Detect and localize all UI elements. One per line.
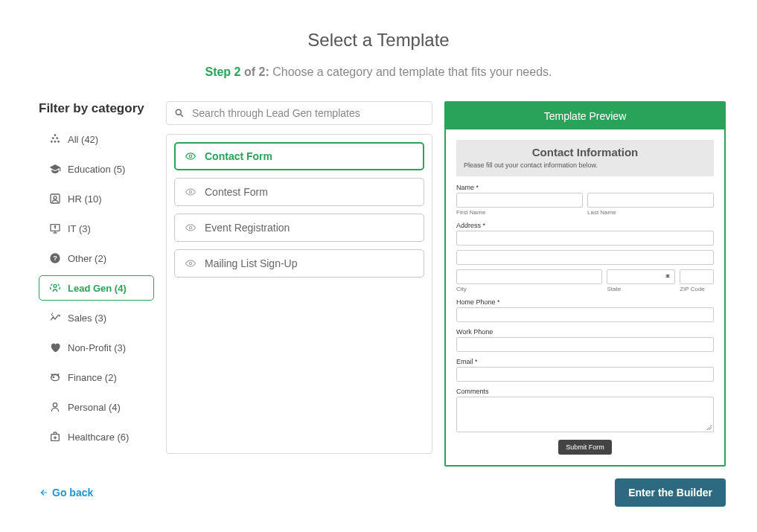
other-icon: ? bbox=[47, 252, 63, 264]
svg-point-12 bbox=[54, 226, 55, 227]
step-label: Step 2 bbox=[205, 65, 240, 78]
svg-point-15 bbox=[54, 284, 57, 287]
preview-label-name: Name * bbox=[456, 184, 714, 191]
svg-point-2 bbox=[56, 137, 58, 139]
eye-icon bbox=[184, 258, 197, 269]
category-label: Lead Gen (4) bbox=[68, 283, 127, 294]
category-label: All (42) bbox=[68, 134, 98, 145]
svg-point-17 bbox=[53, 376, 54, 377]
template-preview: Template Preview Contact Information Ple… bbox=[444, 101, 726, 467]
preview-sublabel-zip: ZIP Code bbox=[680, 286, 714, 292]
arrow-left-icon bbox=[39, 488, 49, 497]
preview-label-address: Address * bbox=[456, 222, 714, 229]
step-of: of 2: bbox=[244, 65, 269, 78]
category-item-it[interactable]: IT (3) bbox=[39, 216, 154, 241]
category-item-finance[interactable]: Finance (2) bbox=[39, 365, 154, 390]
all-icon bbox=[47, 133, 63, 145]
category-item-education[interactable]: Education (5) bbox=[39, 156, 154, 182]
svg-point-25 bbox=[189, 190, 192, 193]
preview-sublabel-firstname: First Name bbox=[456, 209, 583, 216]
preview-form-subtitle: Please fill out your contact information… bbox=[464, 161, 706, 169]
hr-icon bbox=[47, 193, 63, 205]
svg-point-3 bbox=[51, 141, 53, 143]
finance-icon bbox=[47, 371, 63, 383]
preview-label-comments: Comments bbox=[456, 388, 714, 395]
category-label: HR (10) bbox=[68, 193, 102, 205]
eye-icon bbox=[184, 187, 197, 197]
svg-text:?: ? bbox=[53, 254, 57, 262]
category-label: Sales (3) bbox=[68, 313, 106, 324]
filter-title: Filter by category bbox=[39, 101, 154, 116]
template-item[interactable]: Contest Form bbox=[174, 178, 424, 206]
sales-icon bbox=[47, 312, 63, 324]
eye-icon bbox=[184, 222, 197, 233]
leadgen-icon bbox=[47, 282, 63, 294]
page-title: Select a Template bbox=[0, 30, 757, 51]
preview-input-address1 bbox=[456, 231, 714, 246]
category-item-personal[interactable]: Personal (4) bbox=[39, 394, 154, 420]
category-item-sales[interactable]: Sales (3) bbox=[39, 305, 154, 330]
preview-sublabel-lastname: Last Name bbox=[587, 209, 714, 216]
svg-point-18 bbox=[53, 403, 57, 407]
category-label: Healthcare (6) bbox=[68, 432, 129, 443]
svg-point-0 bbox=[54, 134, 57, 136]
step-description: Choose a category and template that fits… bbox=[272, 65, 552, 78]
category-item-other[interactable]: ?Other (2) bbox=[39, 246, 154, 271]
preview-sublabel-state: State bbox=[607, 286, 675, 292]
template-label: Contact Form bbox=[205, 150, 272, 162]
template-item[interactable]: Mailing List Sign-Up bbox=[174, 249, 424, 278]
it-icon bbox=[47, 222, 63, 234]
preview-textarea-comments bbox=[456, 397, 714, 432]
template-item[interactable]: Contact Form bbox=[174, 142, 424, 170]
category-item-nonprofit[interactable]: Non-Profit (3) bbox=[39, 335, 154, 360]
preview-input-lastname bbox=[587, 193, 714, 208]
go-back-link[interactable]: Go back bbox=[39, 487, 93, 499]
preview-label-workphone: Work Phone bbox=[456, 328, 714, 336]
preview-label-homephone: Home Phone * bbox=[456, 298, 714, 306]
preview-form-title: Contact Information bbox=[464, 146, 706, 158]
category-label: Non-Profit (3) bbox=[68, 342, 126, 353]
preview-input-address2 bbox=[456, 250, 714, 265]
search-icon bbox=[174, 108, 185, 118]
svg-point-4 bbox=[54, 141, 57, 143]
preview-input-homephone bbox=[456, 307, 714, 322]
template-label: Event Registration bbox=[205, 222, 290, 234]
template-label: Mailing List Sign-Up bbox=[205, 257, 298, 269]
preview-sublabel-city: City bbox=[456, 286, 602, 292]
category-item-all[interactable]: All (42) bbox=[39, 126, 154, 152]
svg-point-24 bbox=[189, 155, 192, 158]
category-item-hr[interactable]: HR (10) bbox=[39, 186, 154, 211]
preview-header: Template Preview bbox=[446, 103, 724, 129]
search-input[interactable] bbox=[192, 107, 424, 119]
svg-point-1 bbox=[52, 137, 54, 139]
healthcare-icon bbox=[47, 431, 63, 443]
preview-body: Contact Information Please fill out your… bbox=[446, 129, 724, 465]
preview-input-firstname bbox=[456, 193, 583, 208]
category-sidebar: Filter by category All (42)Education (5)… bbox=[39, 101, 154, 467]
search-box[interactable] bbox=[166, 101, 432, 125]
enter-builder-button[interactable]: Enter the Builder bbox=[615, 478, 726, 507]
preview-input-city bbox=[456, 269, 602, 284]
templates-panel: Contact FormContest FormEvent Registrati… bbox=[166, 134, 432, 454]
category-label: Finance (2) bbox=[68, 372, 117, 383]
preview-input-zip bbox=[680, 269, 714, 284]
svg-point-5 bbox=[57, 141, 60, 143]
template-item[interactable]: Event Registration bbox=[174, 214, 424, 242]
category-label: Personal (4) bbox=[68, 402, 121, 413]
personal-icon bbox=[47, 401, 63, 413]
category-item-healthcare[interactable]: Healthcare (6) bbox=[39, 424, 154, 449]
category-label: Other (2) bbox=[68, 253, 106, 264]
category-label: Education (5) bbox=[68, 164, 125, 175]
svg-point-26 bbox=[189, 226, 192, 229]
template-label: Contest Form bbox=[205, 186, 268, 198]
preview-input-email bbox=[456, 367, 714, 382]
education-icon bbox=[47, 163, 63, 175]
nonprofit-icon bbox=[47, 342, 63, 353]
eye-icon bbox=[184, 151, 197, 161]
preview-select-state bbox=[607, 269, 675, 284]
preview-label-email: Email * bbox=[456, 358, 714, 365]
svg-point-22 bbox=[176, 109, 181, 115]
svg-line-23 bbox=[180, 114, 182, 116]
category-item-leadgen[interactable]: Lead Gen (4) bbox=[39, 275, 154, 301]
svg-point-27 bbox=[189, 262, 192, 265]
